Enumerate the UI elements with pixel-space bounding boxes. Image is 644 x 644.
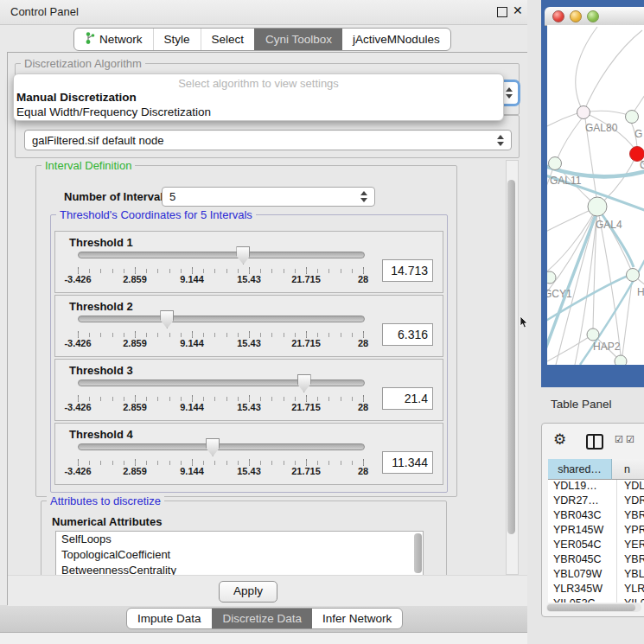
list-scrollbar-thumb[interactable] (414, 533, 422, 573)
tab-label: Discretize Data (223, 612, 303, 625)
slider-thumb[interactable] (236, 246, 250, 265)
table-data-combobox[interactable]: galFiltered.sif default node (24, 130, 512, 150)
table-data-group: Table Data galFiltered.sif default node (15, 115, 520, 158)
table-row[interactable]: YIL053CYIL0 (548, 597, 644, 603)
threshold-slider[interactable] (78, 245, 363, 268)
node-label-gal4: GAL4 (596, 219, 622, 231)
scrollbar-thumb[interactable] (547, 604, 635, 611)
slider-thumb[interactable] (206, 438, 220, 456)
threshold-value-field[interactable] (382, 451, 433, 474)
node-bottom[interactable] (615, 355, 627, 365)
number-of-intervals-combobox[interactable]: 5 (162, 187, 375, 207)
checkbox-icon[interactable]: ☑ (615, 434, 623, 445)
network-canvas[interactable]: GAL80 G C GAL11 GAL4 GCY1 H HAP2 (547, 25, 644, 365)
combobox-value: galFiltered.sif default node (32, 134, 492, 147)
gear-icon[interactable]: ⚙ (553, 430, 566, 449)
split-view-icon[interactable] (586, 434, 603, 450)
tab-jactivemnodules[interactable]: jActiveMNodules (342, 29, 450, 50)
control-panel-titlebar: Control Panel ✕ (0, 0, 527, 25)
tab-discretize-data[interactable]: Discretize Data (212, 609, 313, 628)
table-row[interactable]: YBR043CYBR0 (548, 509, 644, 524)
table-cell: YPR145W (548, 524, 617, 539)
node-gal80[interactable] (577, 106, 590, 119)
slider-track[interactable] (78, 379, 365, 386)
node-label-gcy1: GCY1 (547, 288, 572, 300)
threshold-slider[interactable] (78, 309, 363, 332)
column-header-shared[interactable]: shared… (548, 459, 612, 480)
table-cell: YBR043C (548, 509, 617, 524)
dropdown-placeholder-item[interactable]: Select algorithm to view settings (14, 74, 503, 90)
attribute-list-item[interactable]: SelfLoops (56, 532, 423, 547)
tick-label: -3.426 (64, 338, 91, 348)
tick-label: 2.859 (123, 338, 147, 348)
node-gcy1[interactable] (547, 271, 556, 284)
scrollbar-thumb[interactable] (507, 180, 515, 534)
tab-impute-data[interactable]: Impute Data (127, 609, 212, 628)
slider-thumb[interactable] (297, 374, 311, 392)
slider-minor-ticks (78, 397, 364, 401)
group-label: Discretization Algorithm (21, 57, 145, 70)
tick-label: 9.144 (180, 274, 204, 284)
table-row[interactable]: YDR27…YDR2 (548, 494, 644, 509)
checkbox-icon[interactable]: ☑ (626, 434, 634, 445)
threshold-value-field[interactable] (382, 323, 433, 346)
tab-cyni-toolbox[interactable]: Cyni Toolbox (254, 29, 342, 50)
slider-track[interactable] (78, 316, 365, 322)
node-gal4[interactable] (588, 197, 607, 216)
tab-label: Style (164, 33, 190, 46)
dropdown-option-manual-discretization[interactable]: Manual Discretization (14, 90, 503, 105)
table-row[interactable]: YER054CYER0 (548, 539, 644, 553)
threshold-slider[interactable] (78, 373, 363, 396)
tab-label: Cyni Toolbox (265, 33, 332, 46)
slider-track[interactable] (78, 252, 365, 258)
cyni-toolbox-panel: Discretization Algorithm Select algorith… (7, 52, 528, 607)
node-gal11[interactable] (549, 157, 562, 170)
node-label-g: G (634, 128, 642, 140)
close-icon[interactable]: ✕ (513, 3, 523, 17)
table-cell: YDR27… (548, 494, 617, 509)
float-window-icon[interactable] (497, 7, 507, 17)
node-hap2[interactable] (587, 328, 599, 341)
apply-button[interactable]: Apply (219, 581, 277, 603)
node-label-gal11: GAL11 (550, 175, 582, 187)
network-view-window: GAL80 G C GAL11 GAL4 GCY1 H HAP2 (541, 0, 644, 387)
apply-button-row: Apply (8, 575, 527, 606)
tick-label: 28 (358, 466, 368, 476)
table-horizontal-scrollbar[interactable] (546, 603, 641, 612)
table-row[interactable]: YLR345WYLR3 (548, 583, 644, 597)
dropdown-option-equal-width-frequency[interactable]: Equal Width/Frequency Discretization (14, 105, 503, 119)
table-row[interactable]: YPR145WYPR1 (548, 524, 644, 539)
threshold-value-field[interactable] (382, 387, 433, 410)
interval-definition-group: Interval Definition Number of Intervals … (35, 165, 457, 497)
node-top-right[interactable] (626, 111, 639, 124)
attribute-list-item[interactable]: TopologicalCoefficient (56, 547, 423, 563)
table-row[interactable]: YBR045CYBR0 (548, 553, 644, 568)
tab-network[interactable]: Network (74, 29, 153, 50)
tick-label: 28 (358, 274, 368, 284)
tab-select[interactable]: Select (201, 29, 255, 50)
column-header-name[interactable]: n (612, 459, 644, 480)
zoom-traffic-light-button[interactable] (587, 10, 599, 22)
settings-vertical-scrollbar[interactable] (506, 160, 519, 575)
slider-minor-ticks (78, 269, 364, 273)
group-label: Threshold's Coordinates for 5 Intervals (56, 208, 256, 221)
threshold-value-field[interactable] (382, 259, 433, 282)
threshold-panel: Threshold 3-3.4262.8599.14415.4321.71528 (54, 359, 443, 421)
close-traffic-light-button[interactable] (552, 10, 564, 22)
group-label: Interval Definition (41, 159, 135, 172)
table-row[interactable]: YBL079WYBL0 (548, 568, 644, 583)
combo-stepper-icon (497, 135, 504, 146)
minimize-traffic-light-button[interactable] (570, 10, 582, 22)
tab-style[interactable]: Style (153, 29, 201, 50)
tab-infer-network[interactable]: Infer Network (312, 609, 402, 628)
table-panel-title: Table Panel (551, 398, 612, 411)
status-strip (0, 632, 527, 644)
threshold-slider[interactable] (78, 437, 363, 460)
slider-track[interactable] (78, 443, 365, 450)
table-row[interactable]: YDL19…YDL1 (548, 480, 644, 494)
table-cell: YIL053C (548, 597, 617, 603)
slider-thumb[interactable] (160, 310, 174, 328)
numerical-attributes-list[interactable]: SelfLoopsTopologicalCoefficientBetweenne… (55, 531, 424, 577)
table-cell: YLR3 (617, 583, 644, 597)
node-h[interactable] (627, 269, 640, 282)
